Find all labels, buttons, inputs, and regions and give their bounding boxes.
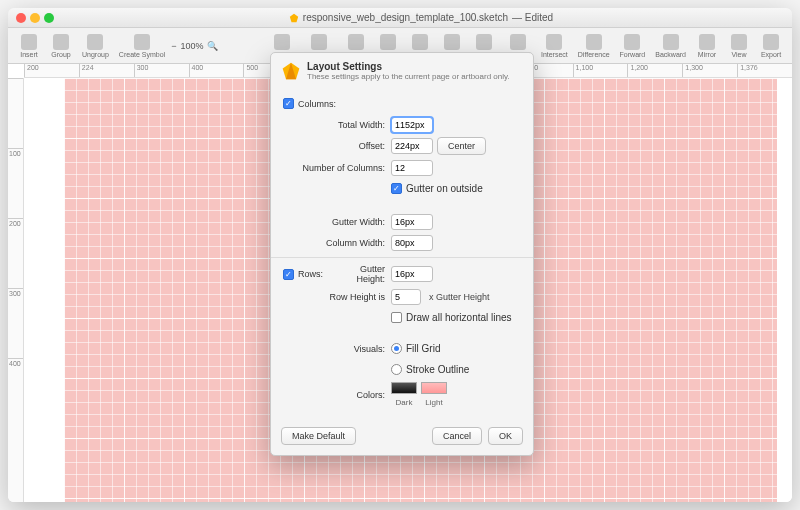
total-width-label: Total Width: <box>283 120 391 130</box>
ungroup-icon <box>87 34 103 50</box>
mirror-icon <box>699 34 715 50</box>
gutter-height-input[interactable] <box>391 266 433 282</box>
zoom-control[interactable]: −100%🔍 <box>171 41 218 51</box>
window-title: responsive_web_design_template_100.sketc… <box>58 12 784 23</box>
gutter-width-label: Gutter Width: <box>283 217 391 227</box>
light-color-swatch[interactable] <box>421 382 447 394</box>
intersect-icon <box>546 34 562 50</box>
fill-grid-label: Fill Grid <box>406 343 440 354</box>
transform-icon <box>311 34 327 50</box>
close-window-button[interactable] <box>16 13 26 23</box>
scale-icon <box>444 34 460 50</box>
difference-button[interactable]: Difference <box>574 34 614 58</box>
colors-label: Colors: <box>283 390 391 400</box>
export-icon <box>763 34 779 50</box>
rows-checkbox[interactable]: ✓ <box>283 269 294 280</box>
symbol-icon <box>134 34 150 50</box>
draw-all-lines-checkbox[interactable] <box>391 312 402 323</box>
mirror-button[interactable]: Mirror <box>692 34 722 58</box>
plus-icon <box>21 34 37 50</box>
group-icon <box>53 34 69 50</box>
sketch-app-icon <box>281 61 301 81</box>
union-icon <box>476 34 492 50</box>
number-of-columns-label: Number of Columns: <box>283 163 391 173</box>
gutter-outside-checkbox[interactable]: ✓ <box>391 183 402 194</box>
zoom-window-button[interactable] <box>44 13 54 23</box>
stroke-outline-radio[interactable] <box>391 364 402 375</box>
columns-label: Columns: <box>298 99 336 109</box>
fill-grid-radio[interactable] <box>391 343 402 354</box>
gutter-height-label: Gutter Height: <box>333 264 391 284</box>
rows-label: Rows: <box>298 269 323 279</box>
layout-settings-dialog: Layout Settings These settings apply to … <box>270 52 534 456</box>
backward-icon <box>663 34 679 50</box>
column-width-input[interactable] <box>391 235 433 251</box>
offset-input[interactable] <box>391 138 433 154</box>
cancel-button[interactable]: Cancel <box>432 427 482 445</box>
titlebar: responsive_web_design_template_100.sketc… <box>8 8 792 28</box>
total-width-input[interactable] <box>391 117 433 133</box>
number-of-columns-input[interactable] <box>391 160 433 176</box>
gutter-outside-label: Gutter on outside <box>406 183 483 194</box>
svg-marker-0 <box>290 13 298 21</box>
visuals-label: Visuals: <box>283 344 391 354</box>
vertical-ruler[interactable]: 100200300400 <box>8 78 24 502</box>
gutter-width-input[interactable] <box>391 214 433 230</box>
column-width-label: Column Width: <box>283 238 391 248</box>
group-button[interactable]: Group <box>46 34 76 58</box>
dialog-subtitle: These settings apply to the current page… <box>307 72 510 81</box>
draw-all-lines-label: Draw all horizontal lines <box>406 312 512 323</box>
create-symbol-button[interactable]: Create Symbol <box>115 34 169 58</box>
offset-label: Offset: <box>283 141 391 151</box>
center-button[interactable]: Center <box>437 137 486 155</box>
insert-button[interactable]: Insert <box>14 34 44 58</box>
row-height-input[interactable] <box>391 289 421 305</box>
stroke-outline-label: Stroke Outline <box>406 364 469 375</box>
dialog-title: Layout Settings <box>307 61 510 72</box>
export-button[interactable]: Export <box>756 34 786 58</box>
intersect-button[interactable]: Intersect <box>537 34 572 58</box>
backward-button[interactable]: Backward <box>651 34 690 58</box>
rotate-icon <box>348 34 364 50</box>
row-height-prefix: Row Height is <box>283 292 391 302</box>
dark-label: Dark <box>391 398 417 407</box>
ungroup-button[interactable]: Ungroup <box>78 34 113 58</box>
light-label: Light <box>421 398 447 407</box>
subtract-icon <box>510 34 526 50</box>
make-default-button[interactable]: Make Default <box>281 427 356 445</box>
difference-icon <box>586 34 602 50</box>
forward-button[interactable]: Forward <box>616 34 650 58</box>
sketch-file-icon <box>289 13 299 23</box>
ok-button[interactable]: OK <box>488 427 523 445</box>
forward-icon <box>624 34 640 50</box>
view-icon <box>731 34 747 50</box>
row-height-suffix: x Gutter Height <box>429 292 490 302</box>
flatten-icon <box>380 34 396 50</box>
view-button[interactable]: View <box>724 34 754 58</box>
minimize-window-button[interactable] <box>30 13 40 23</box>
columns-checkbox[interactable]: ✓ <box>283 98 294 109</box>
edit-icon <box>274 34 290 50</box>
mask-icon <box>412 34 428 50</box>
dark-color-swatch[interactable] <box>391 382 417 394</box>
